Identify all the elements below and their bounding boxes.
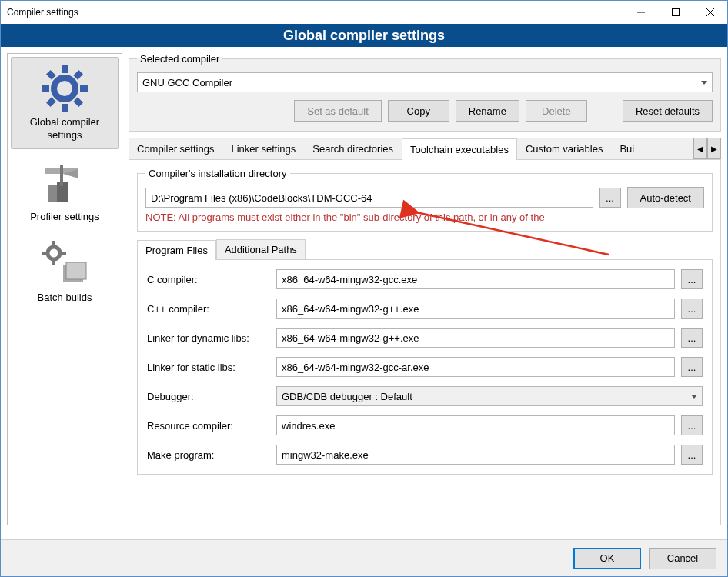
svg-rect-9 — [73, 70, 83, 80]
install-dir-legend: Compiler's installation directory — [145, 168, 290, 179]
make-input[interactable] — [276, 445, 675, 465]
svg-rect-13 — [48, 185, 58, 202]
tab-build-options[interactable]: Bui — [611, 138, 643, 159]
c-compiler-browse[interactable]: ... — [681, 269, 703, 289]
browse-dir-button[interactable]: ... — [599, 188, 621, 208]
cpp-compiler-browse[interactable]: ... — [681, 299, 703, 319]
cpp-compiler-label: C++ compiler: — [147, 303, 270, 315]
maximize-button[interactable] — [658, 1, 693, 24]
gear-icon — [40, 64, 89, 113]
sidebar-item-profiler[interactable]: Profiler settings — [11, 152, 119, 230]
rename-button[interactable]: Rename — [456, 100, 519, 122]
ok-button[interactable]: OK — [573, 548, 641, 569]
svg-point-4 — [54, 78, 75, 99]
sidebar-item-label: Batch builds — [38, 292, 92, 305]
sidebar-item-label: Global compiler settings — [15, 116, 115, 142]
minimize-button[interactable] — [623, 1, 658, 24]
svg-rect-19 — [52, 261, 55, 265]
compiler-select-value: GNU GCC Compiler — [142, 77, 232, 88]
cancel-button[interactable]: Cancel — [649, 548, 716, 569]
selected-compiler-group: Selected compiler GNU GCC Compiler Set a… — [129, 53, 721, 132]
install-dir-note: NOTE: All programs must exist either in … — [145, 212, 704, 223]
debugger-select[interactable]: GDB/CDB debugger : Default — [276, 386, 703, 406]
linker-dyn-browse[interactable]: ... — [681, 328, 703, 348]
svg-rect-1 — [672, 9, 679, 16]
subtab-additional-paths[interactable]: Additional Paths — [216, 239, 306, 259]
tab-linker-settings[interactable]: Linker settings — [222, 138, 304, 159]
profiler-icon — [40, 158, 89, 208]
reset-defaults-button[interactable]: Reset defaults — [623, 100, 713, 122]
linker-dyn-label: Linker for dynamic libs: — [147, 332, 270, 344]
svg-rect-12 — [73, 97, 83, 107]
tabs: Compiler settings Linker settings Search… — [129, 138, 721, 160]
footer: OK Cancel — [1, 539, 727, 576]
tab-compiler-settings[interactable]: Compiler settings — [129, 138, 222, 159]
sidebar-item-batch-builds[interactable]: Batch builds — [11, 233, 119, 311]
tab-scroll-right[interactable]: ▶ — [707, 138, 721, 159]
make-label: Make program: — [147, 449, 270, 461]
auto-detect-button[interactable]: Auto-detect — [627, 187, 705, 208]
c-compiler-label: C compiler: — [147, 274, 270, 285]
subtabs: Program Files Additional Paths — [137, 239, 713, 259]
compiler-select[interactable]: GNU GCC Compiler — [137, 72, 713, 92]
linker-static-browse[interactable]: ... — [681, 357, 703, 377]
copy-button[interactable]: Copy — [388, 100, 449, 122]
chevron-down-icon — [691, 395, 697, 399]
resource-label: Resource compiler: — [147, 420, 270, 432]
c-compiler-input[interactable] — [276, 269, 675, 289]
svg-point-17 — [48, 247, 60, 259]
make-browse[interactable]: ... — [681, 445, 703, 465]
header-bar: Global compiler settings — [1, 24, 727, 47]
close-button[interactable] — [693, 1, 727, 24]
selected-compiler-legend: Selected compiler — [137, 53, 222, 65]
svg-rect-20 — [42, 252, 46, 255]
svg-rect-6 — [62, 104, 68, 112]
svg-rect-18 — [52, 241, 55, 245]
subtab-program-files[interactable]: Program Files — [137, 240, 216, 260]
header-title: Global compiler settings — [283, 28, 445, 43]
svg-rect-10 — [46, 97, 56, 107]
svg-rect-5 — [62, 65, 68, 73]
sidebar: Global compiler settings Profiler settin… — [7, 53, 122, 525]
linker-static-input[interactable] — [276, 357, 675, 377]
svg-rect-16 — [60, 165, 63, 186]
svg-rect-23 — [66, 262, 86, 279]
linker-static-label: Linker for static libs: — [147, 362, 270, 373]
batch-build-icon — [40, 239, 89, 288]
chevron-down-icon — [701, 81, 707, 85]
tab-search-directories[interactable]: Search directories — [304, 138, 402, 159]
linker-dyn-input[interactable] — [276, 328, 675, 348]
titlebar: Compiler settings — [1, 1, 727, 24]
install-dir-input[interactable] — [145, 188, 593, 208]
svg-rect-7 — [42, 85, 49, 92]
debugger-label: Debugger: — [147, 391, 270, 402]
window-title: Compiler settings — [7, 7, 78, 18]
tab-custom-variables[interactable]: Custom variables — [517, 138, 611, 159]
svg-rect-11 — [46, 70, 56, 80]
resource-input[interactable] — [276, 415, 675, 435]
sidebar-item-label: Profiler settings — [30, 211, 99, 224]
install-dir-group: Compiler's installation directory ... Au… — [137, 168, 713, 232]
cpp-compiler-input[interactable] — [276, 299, 675, 319]
debugger-value: GDB/CDB debugger : Default — [282, 391, 412, 402]
delete-button[interactable]: Delete — [526, 100, 587, 122]
tab-body: Compiler's installation directory ... Au… — [129, 160, 721, 525]
resource-browse[interactable]: ... — [681, 415, 703, 435]
subtab-body: C compiler: ... C++ compiler: ... Linker… — [137, 259, 713, 475]
svg-rect-21 — [62, 252, 66, 255]
svg-rect-8 — [80, 85, 88, 92]
set-default-button[interactable]: Set as default — [294, 100, 382, 122]
sidebar-item-global-compiler[interactable]: Global compiler settings — [11, 57, 119, 149]
tab-toolchain-executables[interactable]: Toolchain executables — [402, 138, 517, 160]
tab-scroll-left[interactable]: ◀ — [693, 138, 707, 159]
